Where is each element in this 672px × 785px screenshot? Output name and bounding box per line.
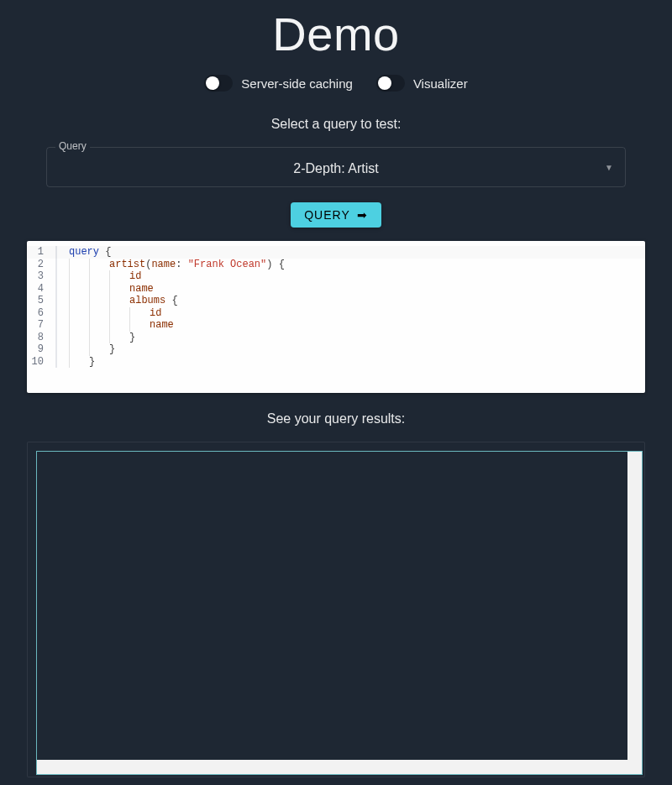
switch-knob [206,76,219,90]
server-caching-label: Server-side caching [241,76,353,91]
visualizer-label: Visualizer [413,76,468,91]
server-caching-switch[interactable] [204,75,233,92]
page-title: Demo [272,7,399,61]
query-select-legend: Query [55,140,90,152]
visualizer-switch[interactable] [376,75,405,92]
arrow-right-icon: ➡ [357,208,368,222]
vertical-scrollbar[interactable] [627,452,642,760]
toggle-visualizer: Visualizer [376,75,468,92]
editor-code[interactable]: query { artist(name: "Frank Ocean") { id… [57,246,645,368]
results-label: See your query results: [267,411,406,427]
results-panel [27,442,645,777]
query-button[interactable]: QUERY ➡ [291,202,381,228]
query-prompt: Select a query to test: [271,117,402,132]
editor-gutter: 1 2 3 4 5 6 7 8 9 10 [27,246,57,368]
toggle-server-caching: Server-side caching [204,75,353,92]
query-select-value: 2-Depth: Artist [59,161,613,176]
chevron-down-icon: ▼ [605,163,613,172]
results-inner[interactable] [36,451,643,775]
query-select[interactable]: Query 2-Depth: Artist ▼ [46,147,626,187]
toggle-row: Server-side caching Visualizer [204,75,467,92]
switch-knob [378,76,391,90]
horizontal-scrollbar[interactable] [37,760,642,774]
code-editor[interactable]: 1 2 3 4 5 6 7 8 9 10 query { artist(name… [27,241,645,393]
query-button-label: QUERY [304,208,350,222]
